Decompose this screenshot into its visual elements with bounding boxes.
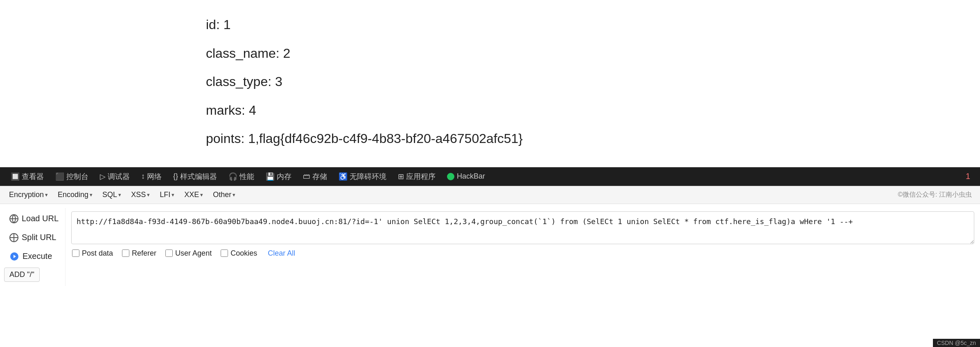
- sql-chevron-icon: ▾: [118, 192, 121, 198]
- cookies-option[interactable]: Cookies: [221, 249, 257, 258]
- main-content: id: 1 class_name: 2 class_type: 3 marks:…: [0, 0, 980, 167]
- hackbar-dot-icon: [447, 173, 454, 180]
- hackbar-options: Post data Referer User Agent Cookies Cle…: [71, 244, 974, 261]
- devtools-tab-style-editor[interactable]: {} 样式编辑器: [167, 167, 223, 186]
- other-chevron-icon: ▾: [233, 192, 235, 198]
- lfi-chevron-icon: ▾: [172, 192, 174, 198]
- encoding-chevron-icon: ▾: [90, 192, 93, 198]
- storage-icon: 🗃: [303, 172, 310, 181]
- post-data-checkbox[interactable]: [72, 249, 79, 257]
- execute-button[interactable]: Execute: [4, 248, 61, 265]
- content-line-3: class_type: 3: [206, 73, 282, 91]
- execute-icon: [9, 251, 20, 262]
- sql-menu-button[interactable]: SQL ▾: [97, 187, 126, 202]
- devtools-tab-hackbar[interactable]: HackBar: [441, 167, 491, 186]
- referer-checkbox[interactable]: [122, 249, 129, 257]
- devtools-tab-network[interactable]: ↕ 网络: [135, 167, 167, 186]
- status-bar: CSDN @5c_zn: [933, 339, 980, 347]
- accessibility-icon: ♿: [339, 172, 348, 181]
- load-url-icon: [9, 213, 19, 224]
- content-line-2: class_name: 2: [206, 45, 290, 62]
- encryption-menu-button[interactable]: Encryption ▾: [4, 187, 53, 202]
- split-url-icon: [9, 232, 19, 243]
- style-editor-icon: {}: [173, 172, 178, 181]
- encryption-chevron-icon: ▾: [45, 192, 48, 198]
- hackbar-right-panel: Post data Referer User Agent Cookies Cle…: [65, 208, 980, 286]
- xss-menu-button[interactable]: XSS ▾: [126, 187, 155, 202]
- user-agent-checkbox[interactable]: [165, 249, 173, 257]
- load-url-button[interactable]: Load URL: [4, 210, 61, 227]
- debugger-icon: ▷: [100, 172, 106, 181]
- hackbar-main: Load URL Split URL Execute ADD "/": [0, 204, 980, 286]
- devtools-tab-storage[interactable]: 🗃 存储: [297, 167, 333, 186]
- content-line-4: marks: 4: [206, 102, 256, 119]
- hackbar-toolbar: Encryption ▾ Encoding ▾ SQL ▾ XSS ▾ LFI …: [0, 186, 980, 204]
- xss-chevron-icon: ▾: [147, 192, 150, 198]
- devtools-tab-performance[interactable]: 🎧 性能: [223, 167, 260, 186]
- xxe-chevron-icon: ▾: [200, 192, 203, 198]
- devtools-tab-viewer[interactable]: 🔲 查看器: [5, 167, 50, 186]
- encoding-menu-button[interactable]: Encoding ▾: [53, 187, 97, 202]
- split-url-button[interactable]: Split URL: [4, 229, 61, 246]
- viewer-icon: 🔲: [11, 172, 20, 181]
- content-line-5: points: 1,flag{df46c92b-c4f9-4b83-bf20-a…: [206, 130, 523, 147]
- devtools-error-count: 1: [966, 172, 975, 181]
- referer-option[interactable]: Referer: [122, 249, 156, 258]
- post-data-option[interactable]: Post data: [72, 249, 113, 258]
- clear-all-button[interactable]: Clear All: [268, 249, 295, 258]
- xxe-menu-button[interactable]: XXE ▾: [179, 187, 208, 202]
- devtools-tab-debugger[interactable]: ▷ 调试器: [94, 167, 135, 186]
- devtools-tab-accessibility[interactable]: ♿ 无障碍环境: [333, 167, 392, 186]
- content-line-1: id: 1: [206, 16, 230, 34]
- application-icon: ⊞: [398, 172, 404, 181]
- devtools-tab-console[interactable]: ⬛ 控制台: [50, 167, 94, 186]
- network-icon: ↕: [141, 172, 145, 181]
- add-slash-button[interactable]: ADD "/": [4, 268, 40, 282]
- hackbar-left-panel: Load URL Split URL Execute ADD "/": [0, 208, 65, 286]
- user-agent-option[interactable]: User Agent: [165, 249, 212, 258]
- console-icon: ⬛: [55, 172, 64, 181]
- credit-text: ©微信公众号: 江南小虫虫: [898, 191, 976, 199]
- lfi-menu-button[interactable]: LFI ▾: [155, 187, 179, 202]
- other-menu-button[interactable]: Other ▾: [208, 187, 240, 202]
- performance-icon: 🎧: [228, 172, 237, 181]
- devtools-bar: 🔲 查看器 ⬛ 控制台 ▷ 调试器 ↕ 网络 {} 样式编辑器 🎧 性能 💾 内…: [0, 167, 980, 186]
- cookies-checkbox[interactable]: [221, 249, 228, 257]
- devtools-tab-application[interactable]: ⊞ 应用程序: [392, 167, 441, 186]
- memory-icon: 💾: [266, 172, 275, 181]
- url-input[interactable]: [71, 211, 974, 244]
- devtools-tab-memory[interactable]: 💾 内存: [260, 167, 297, 186]
